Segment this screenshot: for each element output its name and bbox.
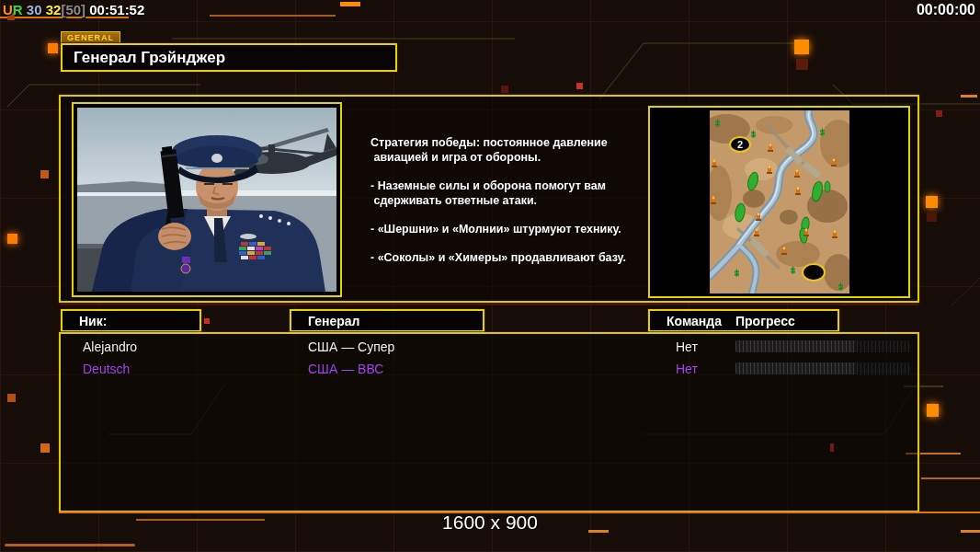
loading-screen: UR 30 32[50] 00:51:52 00:00:00 GENERAL Г… [0,0,980,552]
player-row: Deutsch США — ВВС Нет [61,358,917,380]
svg-text:$: $ [715,119,720,128]
general-portrait [72,102,342,297]
player-nick: Deutsch [83,358,130,380]
player-general: США — ВВС [308,358,383,380]
svg-text:$: $ [838,282,843,292]
purple-heart-medal [181,257,190,273]
map-image: $$ $$ $$ 2 [710,110,849,293]
map-preview: $$ $$ $$ 2 [648,106,910,298]
header-team-label: Команда [667,314,722,328]
resolution-label: 1600 x 900 [0,512,980,534]
match-timer: 00:00:00 [917,2,975,18]
strategy-text: Стратегия победы: постоянное давление ав… [370,135,646,265]
svg-text:$: $ [820,128,825,137]
svg-text:$: $ [791,266,795,275]
load-progress-bar [735,340,910,352]
header-team-progress: Команда Прогресс [648,309,839,332]
header-progress-label: Прогресс [735,314,795,328]
player-team: Нет [676,336,698,358]
load-progress-bar [735,362,910,374]
general-name-box: Генерал Грэйнджер [61,43,397,72]
svg-text:2: 2 [736,139,742,150]
player-list: Alejandro США — Супер Нет Deutsch США — … [59,332,919,512]
general-name: Генерал Грэйнджер [74,49,225,67]
svg-text:$: $ [751,130,756,139]
player-general: США — Супер [308,336,394,358]
player-row: Alejandro США — Супер Нет [61,336,917,358]
score-readout: UR 30 32[50] 00:51:52 [3,2,144,17]
player-team: Нет [676,358,698,380]
general-info-panel: Стратегия победы: постоянное давление ав… [59,95,919,303]
player-nick: Alejandro [83,336,137,358]
svg-text:$: $ [735,269,739,278]
header-nick: Ник: [61,309,201,332]
header-general: Генерал [290,309,484,332]
